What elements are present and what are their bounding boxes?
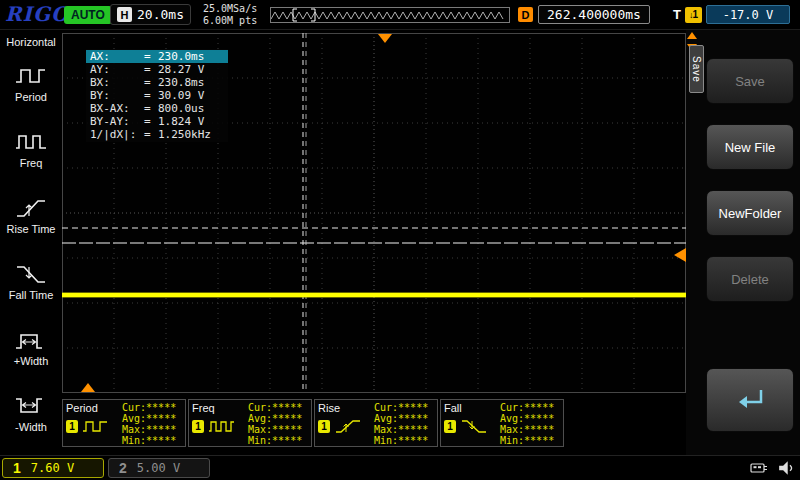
channel-2-status[interactable]: 2 5.00 V (108, 458, 210, 478)
cursor-row-ax: AX:=230.0ms (86, 50, 228, 63)
channel-badge: 1 (192, 420, 204, 433)
channel-1-status[interactable]: 1 7.60 V (2, 458, 104, 478)
measurement-name: Period (66, 402, 122, 414)
soft-menu-panel: Save Save New File NewFolder Delete (686, 30, 800, 455)
sidebar-item-rise-time[interactable]: Rise Time (0, 182, 62, 248)
new-folder-button[interactable]: NewFolder (706, 190, 794, 236)
channel-scale: 7.60 V (31, 461, 74, 475)
acquisition-info: 25.0MSa/s 6.00M pts (203, 3, 257, 27)
waveform-display-area: AX:=230.0ms AY:=28.27 V BX:=230.8ms BY:=… (62, 33, 686, 393)
top-status-bar: RIGOL AUTO H 20.0ms 25.0MSa/s 6.00M pts … (0, 0, 800, 30)
freq-icon (13, 129, 49, 155)
sidebar-item-label: -Width (15, 421, 47, 433)
meas-cur: Cur:***** (500, 402, 560, 413)
d-badge: D (518, 7, 533, 22)
delete-button[interactable]: Delete (706, 256, 794, 302)
measurement-name: Fall (444, 402, 500, 414)
memory-depth: 6.00M pts (203, 15, 257, 27)
meas-max: Max:***** (500, 424, 560, 435)
usb-icon (750, 460, 768, 476)
rise-edge-icon (333, 417, 363, 435)
new-file-button[interactable]: New File (706, 124, 794, 170)
freq-wave-icon (207, 417, 237, 435)
waveform-position-strip[interactable] (270, 7, 510, 23)
window-brackets-icon (293, 9, 315, 21)
minus-width-icon (13, 393, 49, 419)
meas-min: Min:***** (248, 435, 308, 446)
speaker-icon[interactable] (778, 460, 794, 476)
trigger-source-number: 1 (692, 9, 698, 20)
channel-status-bar: 1 7.60 V 2 5.00 V (0, 455, 800, 480)
measurement-period: Period 1 Cur:***** Avg:***** Max:***** M… (62, 399, 186, 447)
horizontal-reference-marker-icon (81, 383, 95, 392)
meas-max: Max:***** (248, 424, 308, 435)
fall-edge-icon (459, 417, 489, 435)
meas-cur: Cur:***** (374, 402, 434, 413)
measurement-strip: Period 1 Cur:***** Avg:***** Max:***** M… (62, 399, 564, 447)
meas-min: Min:***** (374, 435, 434, 446)
t-label: T (673, 7, 681, 22)
meas-min: Min:***** (500, 435, 560, 446)
sidebar-item-label: Fall Time (9, 289, 54, 301)
back-button[interactable] (706, 368, 794, 432)
sidebar-item-label: Rise Time (7, 223, 56, 235)
save-button[interactable]: Save (706, 58, 794, 104)
meas-cur: Cur:***** (122, 402, 182, 413)
sidebar-item-freq[interactable]: Freq (0, 116, 62, 182)
period-wave-icon (81, 417, 111, 435)
return-arrow-icon (730, 387, 770, 413)
channel-number: 1 (13, 460, 21, 476)
sidebar-item-fall-time[interactable]: Fall Time (0, 248, 62, 314)
meas-cur: Cur:***** (248, 402, 308, 413)
trigger-source-badge[interactable]: ↓1 (685, 7, 702, 23)
channel-badge: 1 (318, 420, 330, 433)
meas-avg: Avg:***** (374, 413, 434, 424)
measurement-rise: Rise 1 Cur:***** Avg:***** Max:***** Min… (314, 399, 438, 447)
channel-badge: 1 (444, 420, 456, 433)
ch1-trace (62, 293, 686, 297)
meas-min: Min:***** (122, 435, 182, 446)
fall-time-icon (13, 261, 49, 287)
rise-time-icon (13, 195, 49, 221)
sidebar-item-period[interactable]: Period (0, 50, 62, 116)
sidebar-title: Horizontal (6, 36, 56, 48)
cursor-row-bx: BX:=230.8ms (86, 76, 228, 89)
meas-max: Max:***** (374, 424, 434, 435)
sidebar-item-label: +Width (14, 355, 49, 367)
plus-width-icon (13, 327, 49, 353)
sample-rate: 25.0MSa/s (203, 3, 257, 15)
trigger-level-marker-icon[interactable] (674, 248, 686, 262)
channel-scale: 5.00 V (137, 461, 180, 475)
channel-number: 2 (119, 460, 127, 476)
menu-title-tab: Save (689, 45, 704, 93)
cursor-row-ay: AY:=28.27 V (86, 63, 228, 76)
trigger-level-value: -17.0 V (706, 5, 790, 24)
timebase-value: 20.0ms (137, 7, 184, 22)
measurement-name: Rise (318, 402, 374, 414)
trigger-group: T ↓1 -17.0 V (673, 4, 790, 25)
run-status-badge[interactable]: AUTO (64, 6, 112, 24)
horizontal-timebase-group: H 20.0ms (110, 4, 191, 25)
cursor-readout-panel: AX:=230.0ms AY:=28.27 V BX:=230.8ms BY:=… (86, 49, 228, 142)
delay-group: D 262.400000ms (518, 4, 650, 25)
sidebar-item-minus-width[interactable]: -Width (0, 380, 62, 446)
meas-avg: Avg:***** (122, 413, 182, 424)
period-icon (13, 63, 49, 89)
h-badge: H (117, 7, 132, 22)
delay-value: 262.400000ms (547, 7, 641, 22)
meas-avg: Avg:***** (248, 413, 308, 424)
horizontal-measure-sidebar: Horizontal Period Freq Rise Time (0, 30, 62, 455)
cursor-row-inv-dx: 1/|dX|:=1.250kHz (86, 128, 228, 141)
cursor-row-by-ay: BY-AY:=1.824 V (86, 115, 228, 128)
cursor-row-by: BY:=30.09 V (86, 89, 228, 102)
sidebar-item-plus-width[interactable]: +Width (0, 314, 62, 380)
measurement-name: Freq (192, 402, 248, 414)
sidebar-item-label: Period (15, 91, 47, 103)
trigger-position-marker-icon[interactable] (378, 34, 392, 43)
oscilloscope-screen: RIGOL AUTO H 20.0ms 25.0MSa/s 6.00M pts … (0, 0, 800, 480)
cursor-row-bx-ax: BX-AX:=800.0us (86, 102, 228, 115)
measurement-freq: Freq 1 Cur:***** Avg:***** Max:***** Min… (188, 399, 312, 447)
channel-badge: 1 (66, 420, 78, 433)
memory-waveform-icon (271, 8, 509, 22)
meas-max: Max:***** (122, 424, 182, 435)
